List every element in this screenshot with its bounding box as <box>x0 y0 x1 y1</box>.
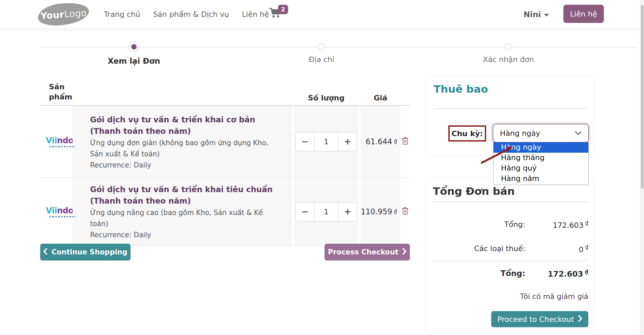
cart-row-basic-package: Viindoo Gói dịch vụ tư vấn & triển khai … <box>40 106 410 178</box>
step-label: Địa chỉ <box>278 55 365 64</box>
order-summary-card: Tổng Đơn bán Tổng: 172.603₫ Các loại thu… <box>425 177 594 333</box>
proceed-to-checkout-button[interactable]: Proceed to Checkout <box>491 311 588 327</box>
cycle-dropdown-list: Hàng ngày Hàng tháng Hàng quý Hàng năm <box>493 142 589 185</box>
cart-actions: Continue Shopping Process Checkout <box>40 244 410 261</box>
viindoo-tagline <box>49 146 76 147</box>
minus-icon: − <box>301 207 309 217</box>
cart-count-badge: 2 <box>278 5 288 14</box>
taxes-label: Các loại thuế: <box>474 244 525 253</box>
quantity-value[interactable]: 1 <box>314 132 338 151</box>
step-dot <box>505 43 512 51</box>
chevron-down-icon <box>575 130 582 136</box>
divider <box>433 261 588 261</box>
subtotal-value: 172.603₫ <box>553 220 588 230</box>
taxes-value: 0₫ <box>579 244 588 254</box>
dropdown-option-quarterly[interactable]: Hàng quý <box>494 163 588 174</box>
order-summary-title: Tổng Đơn bán <box>433 185 515 197</box>
quantity-decrease-button[interactable]: − <box>296 132 314 151</box>
dropdown-option-monthly[interactable]: Hàng tháng <box>494 153 588 163</box>
subtotal-label: Tổng: <box>504 220 525 229</box>
quantity-cell: − 1 + <box>295 106 358 177</box>
divider <box>433 109 589 109</box>
price-cell: 61.644 ₫ <box>361 106 400 177</box>
viindoo-tagline <box>49 216 76 217</box>
remove-item-button[interactable] <box>400 106 410 177</box>
product-recurrence: Recurrence: Daily <box>90 230 282 240</box>
product-description: Ứng dụng đơn giản (không bao gồm ứng dụn… <box>90 138 282 160</box>
cart-table: Sản phẩm Số lượng Giá Viindoo Gói dịch v… <box>40 82 410 246</box>
product-logo: Viindoo <box>40 106 73 177</box>
product-description: Ứng dụng nâng cao (bao gồm Kho, Sản xuất… <box>90 207 282 230</box>
step-dot-active <box>129 42 139 52</box>
caret-down-icon <box>544 14 549 17</box>
currency-symbol: ₫ <box>585 269 588 275</box>
cycle-select-value: Hàng ngày <box>500 129 540 138</box>
cycle-label-annotation-box: Chu kỳ: <box>448 125 486 142</box>
site-logo-text: YourLogo <box>40 7 87 21</box>
subscription-title: Thuê bao <box>433 83 488 95</box>
checkout-page: YourLogo Trang chủ Sản phẩm & Dịch vụ Li… <box>0 0 644 335</box>
product-recurrence: Recurrence: Daily <box>90 160 282 171</box>
trash-icon <box>401 136 409 147</box>
nav-link-home[interactable]: Trang chủ <box>104 10 140 19</box>
price-value: 61.644 <box>366 137 392 146</box>
step-label: Xem lại Đơn <box>90 57 178 65</box>
cycle-select[interactable]: Hàng ngày <box>493 124 589 142</box>
cart-icon <box>269 14 282 20</box>
product-info: Gói dịch vụ tư vấn & triển khai tiêu chu… <box>73 178 292 246</box>
scrollbar-thumb[interactable] <box>641 5 644 189</box>
product-title[interactable]: Gói dịch vụ tư vấn & triển khai tiêu chu… <box>90 184 282 207</box>
user-menu[interactable]: Nini <box>524 0 549 29</box>
checkout-steps: Xem lại Đơn Địa chỉ Xác nhận đơn <box>0 34 644 67</box>
trash-icon <box>401 207 409 217</box>
dropdown-option-yearly[interactable]: Hàng năm <box>494 174 588 184</box>
promo-code-link[interactable]: Tôi có mã giảm giá <box>520 292 588 301</box>
column-header-price: Giá <box>361 94 400 106</box>
main-nav: Trang chủ Sản phẩm & Dịch vụ Liên hệ <box>104 0 269 29</box>
product-info: Gói dịch vụ tư vấn & triển khai cơ bản (… <box>73 106 292 177</box>
nav-link-contact[interactable]: Liên hệ <box>242 10 269 19</box>
quantity-cell: − 1 + <box>295 178 358 246</box>
currency-symbol: ₫ <box>585 220 588 226</box>
divider <box>433 202 589 202</box>
quantity-value[interactable]: 1 <box>314 203 338 221</box>
quantity-decrease-button[interactable]: − <box>296 203 314 221</box>
quantity-stepper: − 1 + <box>296 202 357 221</box>
cart-row-standard-package: Viindoo Gói dịch vụ tư vấn & triển khai … <box>40 178 410 246</box>
quantity-increase-button[interactable]: + <box>338 203 357 221</box>
contact-button[interactable]: Liên hệ <box>563 5 604 23</box>
step-label: Xác nhận đơn <box>465 55 552 64</box>
step-confirm-order[interactable]: Xác nhận đơn <box>465 42 552 64</box>
scrollbar <box>640 0 644 335</box>
site-logo[interactable]: YourLogo <box>37 1 90 28</box>
cart-table-header: Sản phẩm Số lượng Giá <box>40 82 410 106</box>
chevron-right-icon <box>578 315 582 324</box>
total-label: Tổng: <box>500 269 525 278</box>
dropdown-option-daily[interactable]: Hàng ngày <box>494 142 588 153</box>
cycle-label: Chu kỳ: <box>452 129 483 138</box>
nav-link-products[interactable]: Sản phẩm & Dịch vụ <box>153 10 229 19</box>
currency-symbol: ₫ <box>394 209 397 215</box>
step-address[interactable]: Địa chỉ <box>278 42 365 64</box>
column-header-product: Sản phẩm <box>40 82 81 106</box>
plus-icon: + <box>344 207 351 217</box>
currency-symbol: ₫ <box>394 139 397 145</box>
remove-item-button[interactable] <box>400 178 410 246</box>
currency-symbol: ₫ <box>585 244 588 250</box>
navbar: YourLogo Trang chủ Sản phẩm & Dịch vụ Li… <box>0 0 644 29</box>
chevron-left-icon <box>43 248 47 256</box>
step-review-order[interactable]: Xem lại Đơn <box>90 42 178 65</box>
product-title[interactable]: Gói dịch vụ tư vấn & triển khai cơ bản (… <box>90 114 282 137</box>
product-logo: Viindoo <box>40 178 73 246</box>
plus-icon: + <box>344 136 351 147</box>
process-checkout-button[interactable]: Process Checkout <box>325 244 410 261</box>
price-value: 110.959 <box>361 207 392 216</box>
total-value: 172.603₫ <box>548 269 588 278</box>
chevron-right-icon <box>402 248 407 256</box>
column-header-quantity: Số lượng <box>295 94 358 106</box>
user-name: Nini <box>524 10 541 19</box>
quantity-increase-button[interactable]: + <box>338 132 357 151</box>
cart-button[interactable]: 2 <box>269 7 290 24</box>
price-cell: 110.959 ₫ <box>361 178 400 246</box>
continue-shopping-button[interactable]: Continue Shopping <box>40 244 131 261</box>
